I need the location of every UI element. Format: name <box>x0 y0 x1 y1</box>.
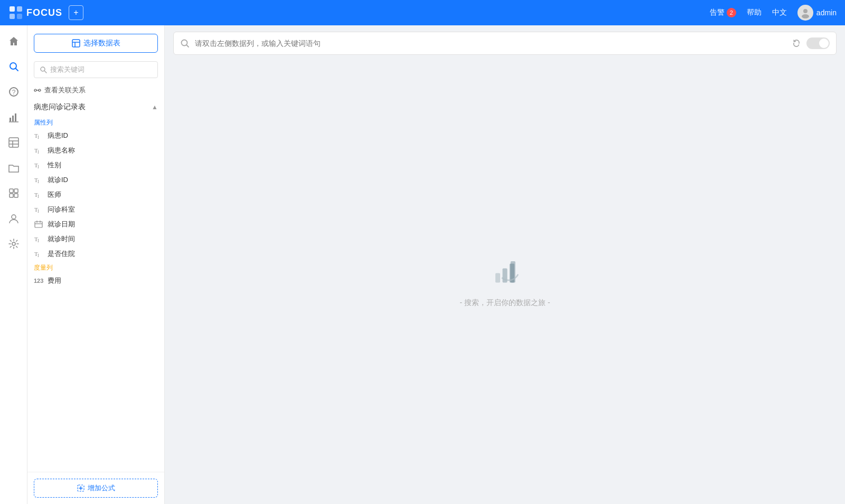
refresh-icon[interactable] <box>792 39 801 48</box>
relation-icon <box>34 87 41 94</box>
text-type-icon-2: T I <box>34 147 43 154</box>
text-type-icon-3: T I <box>34 161 43 169</box>
number-type-icon: 123 <box>34 278 43 284</box>
search-bar-controls <box>792 37 830 49</box>
query-search-bar[interactable] <box>173 32 837 55</box>
table-select-icon <box>72 39 80 47</box>
col-name-patient-id: 病患ID <box>48 131 68 140</box>
text-type-icon-4: T I <box>34 176 43 184</box>
svg-line-28 <box>45 71 47 73</box>
measure-col-label: 度量列 <box>27 261 164 273</box>
sidebar-item-home[interactable] <box>3 31 24 52</box>
svg-point-5 <box>802 14 809 18</box>
svg-rect-44 <box>35 222 42 227</box>
svg-rect-2 <box>10 14 15 19</box>
svg-rect-3 <box>17 14 22 19</box>
attr-col-label: 属性列 <box>27 116 164 128</box>
avatar <box>797 5 813 21</box>
sidebar-item-search[interactable] <box>3 56 24 77</box>
date-type-icon <box>34 221 43 228</box>
svg-line-7 <box>15 69 18 71</box>
svg-rect-0 <box>10 6 15 12</box>
settings-icon <box>8 238 20 250</box>
sidebar-item-settings[interactable] <box>3 233 24 254</box>
main-layout: ? <box>0 25 845 504</box>
text-icon-5: T I <box>34 191 43 198</box>
col-name-dept: 问诊科室 <box>48 205 75 214</box>
svg-rect-12 <box>15 113 16 121</box>
data-icon <box>8 187 20 199</box>
col-name-patient-name: 病患名称 <box>48 146 75 155</box>
text-icon-8: T I <box>34 250 43 258</box>
col-name-doctor: 医师 <box>48 190 61 199</box>
toggle-switch[interactable] <box>806 37 830 49</box>
sidebar-item-user[interactable] <box>3 208 24 229</box>
col-item-gender[interactable]: T I 性别 <box>27 158 164 173</box>
sidebar-item-folder[interactable] <box>3 157 24 178</box>
view-relation-label: 查看关联关系 <box>44 85 86 95</box>
alert-button[interactable]: 告警 2 <box>710 8 736 17</box>
text-type-icon: T I <box>34 132 43 139</box>
svg-text:I: I <box>37 209 39 213</box>
svg-rect-10 <box>10 118 11 121</box>
col-item-patient-id[interactable]: T I 病患ID <box>27 128 164 143</box>
folder-icon <box>8 162 20 174</box>
svg-rect-57 <box>495 273 500 282</box>
add-formula-label: 增加公式 <box>88 483 115 493</box>
add-formula-button[interactable]: 增加公式 <box>34 479 158 498</box>
collapse-icon: ▲ <box>152 103 158 111</box>
text-type-icon-6: T I <box>34 206 43 213</box>
svg-text:?: ? <box>12 89 15 96</box>
sidebar-top: 选择数据表 <box>27 25 164 57</box>
svg-rect-18 <box>10 189 13 193</box>
lang-button[interactable]: 中文 <box>772 8 787 17</box>
col-item-visit-time[interactable]: T I 就诊时间 <box>27 232 164 246</box>
table-nav-icon <box>8 137 20 148</box>
query-search-icon <box>180 39 190 48</box>
col-item-doctor[interactable]: T I 医师 <box>27 187 164 202</box>
logo-icon <box>8 5 23 20</box>
home-icon <box>8 35 20 47</box>
user-nav-icon <box>8 213 20 224</box>
sidebar-search[interactable]: 搜索关键词 <box>34 61 158 78</box>
search-nav-icon <box>8 61 20 72</box>
table-section: 病患问诊记录表 ▲ 属性列 T I 病患ID T I <box>27 98 164 472</box>
user-menu[interactable]: admin <box>797 5 837 21</box>
text-type-icon-5: T I <box>34 191 43 198</box>
svg-point-61 <box>498 259 519 280</box>
col-item-dept[interactable]: T I 问诊科室 <box>27 202 164 217</box>
col-item-visit-date[interactable]: 就诊日期 <box>27 217 164 232</box>
select-table-button[interactable]: 选择数据表 <box>34 34 158 53</box>
svg-point-27 <box>41 67 45 71</box>
svg-text:I: I <box>37 253 39 258</box>
alert-badge: 2 <box>727 8 736 17</box>
help-nav-icon: ? <box>8 86 20 98</box>
col-item-patient-name[interactable]: T I 病患名称 <box>27 143 164 158</box>
alert-label: 告警 <box>710 8 725 17</box>
sidebar-item-table[interactable] <box>3 132 24 153</box>
help-button[interactable]: 帮助 <box>747 8 762 17</box>
table-name: 病患问诊记录表 <box>34 102 86 112</box>
col-item-hospitalized[interactable]: T I 是否住院 <box>27 246 164 261</box>
svg-rect-24 <box>72 40 80 47</box>
svg-point-23 <box>12 242 15 245</box>
sidebar-item-data[interactable] <box>3 183 24 204</box>
svg-line-56 <box>186 45 189 47</box>
sidebar-item-analytics[interactable] <box>3 107 24 128</box>
col-item-visit-id[interactable]: T I 就诊ID <box>27 173 164 187</box>
user-name: admin <box>816 8 837 17</box>
view-relation-link[interactable]: 查看关联关系 <box>27 82 164 98</box>
svg-text:I: I <box>37 135 39 139</box>
add-formula-icon <box>77 484 84 492</box>
add-tab-button[interactable]: + <box>69 5 83 20</box>
empty-state: - 搜索，开启你的数据之旅 - <box>165 55 845 504</box>
svg-rect-19 <box>14 189 18 193</box>
text-icon-2: T I <box>34 147 43 154</box>
main-content: - 搜索，开启你的数据之旅 - <box>165 25 845 504</box>
svg-text:I: I <box>37 179 39 184</box>
date-icon <box>34 221 43 228</box>
sidebar-item-help[interactable]: ? <box>3 81 24 102</box>
query-input[interactable] <box>195 39 786 47</box>
col-item-cost[interactable]: 123 费用 <box>27 273 164 288</box>
table-header[interactable]: 病患问诊记录表 ▲ <box>27 98 164 116</box>
